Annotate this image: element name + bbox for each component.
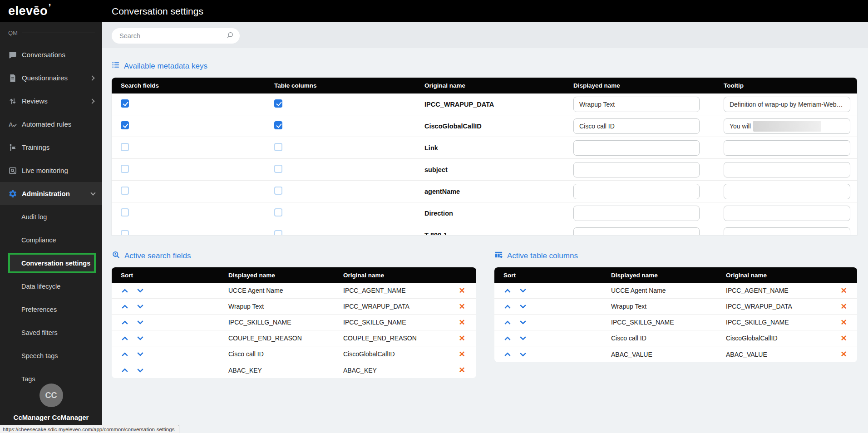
remove-button[interactable] bbox=[840, 319, 847, 326]
col-original-name: Original name bbox=[343, 272, 448, 279]
table-row: Cisco call ID CiscoGlobalCallID bbox=[112, 346, 476, 362]
table-columns-checkbox[interactable] bbox=[274, 99, 282, 108]
sort-up-button[interactable] bbox=[122, 368, 128, 374]
person-search-icon bbox=[112, 251, 120, 261]
remove-button[interactable] bbox=[459, 303, 465, 310]
table-row: UCCE Agent Name IPCC_AGENT_NAME bbox=[494, 283, 857, 299]
table-columns-checkbox[interactable] bbox=[274, 208, 282, 216]
search-fields-checkbox[interactable] bbox=[121, 230, 129, 236]
remove-button[interactable] bbox=[840, 287, 847, 295]
remove-button[interactable] bbox=[459, 350, 465, 358]
sidebar-item-live-monitoring[interactable]: Live monitoring bbox=[0, 159, 102, 182]
sidebar-item-reviews[interactable]: Reviews bbox=[0, 89, 102, 113]
search-box[interactable] bbox=[112, 28, 240, 44]
original-name: Link bbox=[415, 144, 564, 152]
sort-down-button[interactable] bbox=[137, 318, 143, 325]
remove-button[interactable] bbox=[840, 303, 847, 310]
sidebar-item-automated-rules[interactable]: A Automated rules bbox=[0, 113, 102, 136]
sort-down-button[interactable] bbox=[137, 350, 143, 356]
table-columns-checkbox[interactable] bbox=[274, 121, 282, 129]
sidebar-subitem-audit-log[interactable]: Audit log bbox=[0, 205, 102, 228]
sort-up-button[interactable] bbox=[504, 336, 511, 342]
displayed-name-input[interactable] bbox=[573, 184, 700, 199]
tooltip-input[interactable] bbox=[724, 227, 850, 236]
table-columns-checkbox[interactable] bbox=[274, 187, 282, 195]
svg-text:A: A bbox=[9, 121, 13, 128]
remove-button[interactable] bbox=[459, 335, 465, 342]
sidebar-item-questionnaires[interactable]: Questionnaires bbox=[0, 66, 102, 89]
search-input[interactable] bbox=[119, 32, 226, 39]
sidebar-item-conversations[interactable]: Conversations bbox=[0, 43, 102, 66]
remove-button[interactable] bbox=[459, 319, 465, 326]
displayed-name-input[interactable] bbox=[573, 140, 700, 156]
sidebar-subitem-saved-filters[interactable]: Saved filters bbox=[0, 321, 102, 344]
sort-up-button[interactable] bbox=[504, 304, 511, 310]
displayed-name-input[interactable] bbox=[573, 206, 700, 221]
table-columns-checkbox[interactable] bbox=[274, 230, 282, 236]
table-row: CiscoGlobalCallID Cisco call ID You will bbox=[112, 115, 857, 137]
eleveo-logo[interactable]: elevēo ❜ bbox=[0, 4, 102, 18]
user-name: CcManager CcManager bbox=[0, 413, 102, 421]
sort-down-button[interactable] bbox=[137, 334, 143, 340]
displayed-name-input[interactable]: Cisco call ID bbox=[573, 118, 700, 134]
remove-button[interactable] bbox=[840, 335, 847, 342]
search-fields-checkbox[interactable] bbox=[121, 121, 129, 129]
sort-down-button[interactable] bbox=[137, 286, 143, 293]
sort-down-button[interactable] bbox=[520, 334, 526, 340]
search-fields-checkbox[interactable] bbox=[121, 143, 129, 151]
sidebar-item-label: Administration bbox=[22, 190, 70, 197]
table-columns-checkbox[interactable] bbox=[274, 143, 282, 151]
search-icon bbox=[226, 31, 234, 41]
col-displayed-name: Displayed name bbox=[564, 82, 715, 89]
user-profile[interactable]: CC CcManager CcManager jane.doe@company.… bbox=[0, 384, 102, 428]
sidebar-subitem-data-lifecycle[interactable]: Data lifecycle bbox=[0, 275, 102, 298]
main-content: Available metadata keys Search fields Ta… bbox=[102, 48, 868, 433]
sidebar-subitem-compliance[interactable]: Compliance bbox=[0, 228, 102, 251]
tooltip-input[interactable] bbox=[724, 184, 850, 199]
search-fields-checkbox[interactable] bbox=[121, 208, 129, 216]
active-search-fields-table: Sort Displayed name Original name UCCE A… bbox=[112, 267, 476, 378]
sort-down-button[interactable] bbox=[520, 318, 526, 325]
remove-button[interactable] bbox=[459, 366, 465, 374]
tooltip-input[interactable] bbox=[724, 162, 850, 177]
search-fields-checkbox[interactable] bbox=[121, 187, 129, 195]
table-row: Link bbox=[112, 137, 857, 159]
col-original-name: Original name bbox=[415, 82, 564, 89]
tooltip-input[interactable] bbox=[724, 140, 850, 156]
table-columns-checkbox[interactable] bbox=[274, 165, 282, 173]
sort-down-button[interactable] bbox=[520, 302, 526, 309]
sidebar-subitem-conversation-settings[interactable]: Conversation settings bbox=[0, 251, 102, 275]
search-fields-checkbox[interactable] bbox=[121, 99, 129, 108]
sidebar-item-trainings[interactable]: Trainings bbox=[0, 136, 102, 159]
original-name: IPCC_AGENT_NAME bbox=[726, 287, 830, 294]
search-fields-checkbox[interactable] bbox=[121, 165, 129, 173]
sidebar-item-administration[interactable]: Administration bbox=[0, 182, 102, 205]
sidebar-subitem-preferences[interactable]: Preferences bbox=[0, 298, 102, 321]
tooltip-input[interactable] bbox=[724, 206, 850, 221]
remove-button[interactable] bbox=[840, 350, 847, 358]
chevron-right-icon bbox=[89, 98, 94, 103]
displayed-name-input[interactable] bbox=[573, 227, 700, 236]
sort-up-button[interactable] bbox=[122, 336, 128, 342]
sidebar-subitem-speech-tags[interactable]: Speech tags bbox=[0, 344, 102, 367]
table-row: COUPLE_END_REASON COUPLE_END_REASON bbox=[112, 330, 476, 346]
sort-down-button[interactable] bbox=[137, 366, 143, 372]
sort-down-button[interactable] bbox=[520, 286, 526, 293]
sort-up-button[interactable] bbox=[122, 320, 128, 326]
logo-accent-mark: ❜ bbox=[49, 2, 51, 12]
remove-button[interactable] bbox=[459, 287, 465, 295]
sort-up-button[interactable] bbox=[504, 352, 511, 359]
sort-up-button[interactable] bbox=[122, 288, 128, 295]
sort-down-button[interactable] bbox=[137, 302, 143, 309]
tooltip-input[interactable]: Definition of wrap-up by Merriam-Webst… bbox=[724, 97, 850, 112]
sort-up-button[interactable] bbox=[504, 288, 511, 295]
sort-up-button[interactable] bbox=[122, 352, 128, 358]
sort-down-button[interactable] bbox=[520, 350, 526, 356]
displayed-name-input[interactable]: Wrapup Text bbox=[573, 97, 700, 112]
tooltip-input[interactable]: You will bbox=[724, 118, 850, 134]
sort-up-button[interactable] bbox=[504, 320, 511, 326]
sort-up-button[interactable] bbox=[122, 304, 128, 310]
monitor-search-icon bbox=[8, 166, 17, 175]
heading-label: Active table columns bbox=[507, 251, 578, 261]
displayed-name-input[interactable] bbox=[573, 162, 700, 177]
